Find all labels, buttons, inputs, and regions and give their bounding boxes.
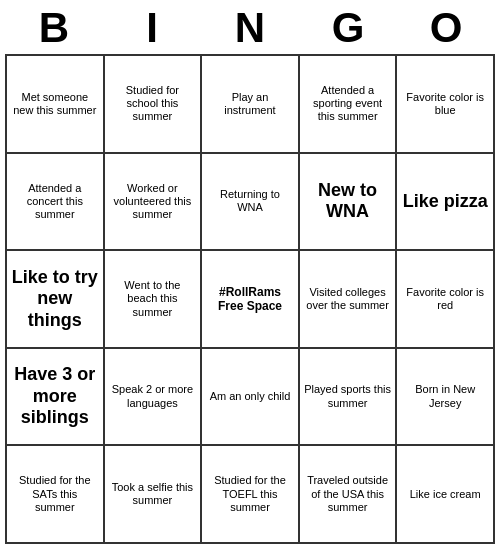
bingo-cell: Went to the beach this summer [104,250,202,348]
bingo-cell: Speak 2 or more languages [104,348,202,446]
bingo-cell: Born in New Jersey [396,348,494,446]
bingo-letter: I [108,4,196,52]
bingo-cell: Met someone new this summer [6,55,104,153]
bingo-letter: B [10,4,98,52]
bingo-cell: Played sports this summer [299,348,397,446]
bingo-cell: Worked or volunteered this summer [104,153,202,251]
bingo-cell: Studied for the SATs this summer [6,445,104,543]
bingo-cell: Favorite color is blue [396,55,494,153]
bingo-cell: Like pizza [396,153,494,251]
bingo-letter: N [206,4,294,52]
bingo-cell: Favorite color is red [396,250,494,348]
bingo-letter: O [402,4,490,52]
bingo-letter: G [304,4,392,52]
bingo-cell: Am an only child [201,348,299,446]
bingo-title: BINGO [5,0,495,54]
bingo-cell: Like to try new things [6,250,104,348]
bingo-cell: Like ice cream [396,445,494,543]
bingo-cell: Have 3 or more siblings [6,348,104,446]
bingo-cell: Returning to WNA [201,153,299,251]
bingo-cell: Traveled outside of the USA this summer [299,445,397,543]
bingo-cell: New to WNA [299,153,397,251]
bingo-cell: Studied for school this summer [104,55,202,153]
bingo-cell: Studied for the TOEFL this summer [201,445,299,543]
bingo-grid: Met someone new this summerStudied for s… [5,54,495,544]
bingo-cell: Visited colleges over the summer [299,250,397,348]
bingo-cell: Play an instrument [201,55,299,153]
bingo-cell: Attended a concert this summer [6,153,104,251]
bingo-cell: Took a selfie this summer [104,445,202,543]
bingo-cell: Attended a sporting event this summer [299,55,397,153]
bingo-cell: #RollRams Free Space [201,250,299,348]
